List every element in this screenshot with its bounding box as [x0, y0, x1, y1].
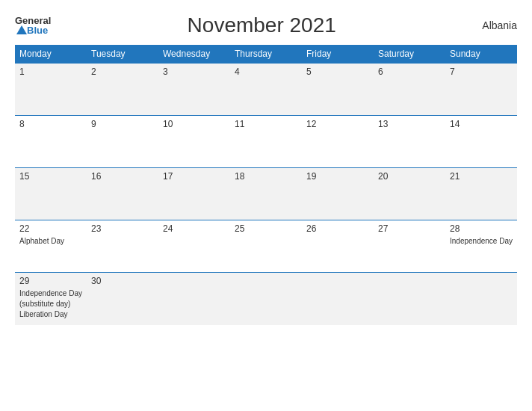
calendar-header: General Blue November 2021 Albania — [15, 13, 517, 37]
calendar-table: MondayTuesdayWednesdayThursdayFridaySatu… — [15, 45, 517, 325]
day-cell: 1 — [15, 64, 87, 116]
day-cell: 14 — [445, 116, 517, 168]
day-number: 5 — [306, 67, 369, 77]
day-cell — [158, 273, 230, 325]
day-cell: 6 — [374, 64, 445, 116]
day-cell — [230, 273, 302, 325]
day-number: 18 — [235, 171, 297, 182]
day-number: 30 — [91, 276, 154, 286]
day-cell: 17 — [158, 168, 230, 220]
day-number: 17 — [163, 171, 226, 182]
day-number: 1 — [19, 67, 82, 77]
day-header-monday: Monday — [15, 45, 87, 64]
day-number: 11 — [235, 119, 297, 129]
calendar-page: General Blue November 2021 Albania Monda… — [0, 0, 532, 411]
day-number: 8 — [19, 119, 82, 129]
week-row-5: 29Independence Day (substitute day)Liber… — [15, 273, 517, 325]
day-cell: 20 — [374, 168, 445, 220]
day-cell: 26 — [302, 220, 374, 273]
day-cell: 22Alphabet Day — [15, 220, 87, 273]
day-cell — [374, 273, 445, 325]
day-cell: 5 — [302, 64, 374, 116]
calendar-event: Alphabet Day — [19, 237, 64, 245]
calendar-event: Independence Day — [450, 237, 513, 245]
day-number: 10 — [163, 119, 226, 129]
day-number: 14 — [450, 119, 513, 129]
day-number: 16 — [91, 171, 154, 182]
day-number: 7 — [450, 67, 513, 77]
day-number: 28 — [450, 223, 513, 234]
day-cell: 4 — [230, 64, 302, 116]
calendar-header-row: MondayTuesdayWednesdayThursdayFridaySatu… — [15, 45, 517, 64]
day-cell: 19 — [302, 168, 374, 220]
day-number: 23 — [91, 223, 154, 234]
day-cell: 18 — [230, 168, 302, 220]
day-number: 19 — [306, 171, 369, 182]
day-number: 22 — [19, 223, 82, 234]
day-header-thursday: Thursday — [230, 45, 302, 64]
day-cell — [302, 273, 374, 325]
day-cell: 21 — [445, 168, 517, 220]
day-cell: 30 — [87, 273, 158, 325]
week-row-2: 891011121314 — [15, 116, 517, 168]
calendar-title: November 2021 — [51, 13, 472, 37]
day-cell: 15 — [15, 168, 87, 220]
day-header-tuesday: Tuesday — [87, 45, 158, 64]
day-header-saturday: Saturday — [374, 45, 445, 64]
day-number: 24 — [163, 223, 226, 234]
week-row-1: 1234567 — [15, 64, 517, 116]
day-number: 6 — [378, 67, 441, 77]
day-cell: 2 — [87, 64, 158, 116]
day-header-wednesday: Wednesday — [158, 45, 230, 64]
day-header-friday: Friday — [302, 45, 374, 64]
day-cell: 12 — [302, 116, 374, 168]
calendar-country: Albania — [472, 19, 517, 31]
day-number: 3 — [163, 67, 226, 77]
week-row-4: 22Alphabet Day232425262728Independence D… — [15, 220, 517, 273]
day-number: 2 — [91, 67, 154, 77]
day-cell: 23 — [87, 220, 158, 273]
day-cell: 11 — [230, 116, 302, 168]
day-cell: 10 — [158, 116, 230, 168]
day-cell: 9 — [87, 116, 158, 168]
day-header-sunday: Sunday — [445, 45, 517, 64]
calendar-event: Liberation Day — [19, 310, 67, 318]
day-number: 25 — [235, 223, 297, 234]
day-cell: 16 — [87, 168, 158, 220]
day-number: 15 — [19, 171, 82, 182]
day-cell: 29Independence Day (substitute day)Liber… — [15, 273, 87, 325]
day-cell: 24 — [158, 220, 230, 273]
day-cell: 13 — [374, 116, 445, 168]
day-number: 13 — [378, 119, 441, 129]
logo-blue-text: Blue — [27, 25, 48, 35]
day-number: 27 — [378, 223, 441, 234]
day-number: 9 — [91, 119, 154, 129]
day-cell — [445, 273, 517, 325]
logo-triangle-icon — [16, 25, 27, 34]
day-cell: 28Independence Day — [445, 220, 517, 273]
day-cell: 27 — [374, 220, 445, 273]
day-number: 29 — [19, 276, 82, 286]
day-cell: 3 — [158, 64, 230, 116]
day-cell: 8 — [15, 116, 87, 168]
logo: General Blue — [15, 16, 51, 35]
day-cell: 25 — [230, 220, 302, 273]
calendar-event: Independence Day (substitute day) — [19, 289, 82, 308]
day-number: 21 — [450, 171, 513, 182]
day-number: 26 — [306, 223, 369, 234]
day-number: 20 — [378, 171, 441, 182]
day-number: 12 — [306, 119, 369, 129]
day-cell: 7 — [445, 64, 517, 116]
week-row-3: 15161718192021 — [15, 168, 517, 220]
day-number: 4 — [235, 67, 297, 77]
